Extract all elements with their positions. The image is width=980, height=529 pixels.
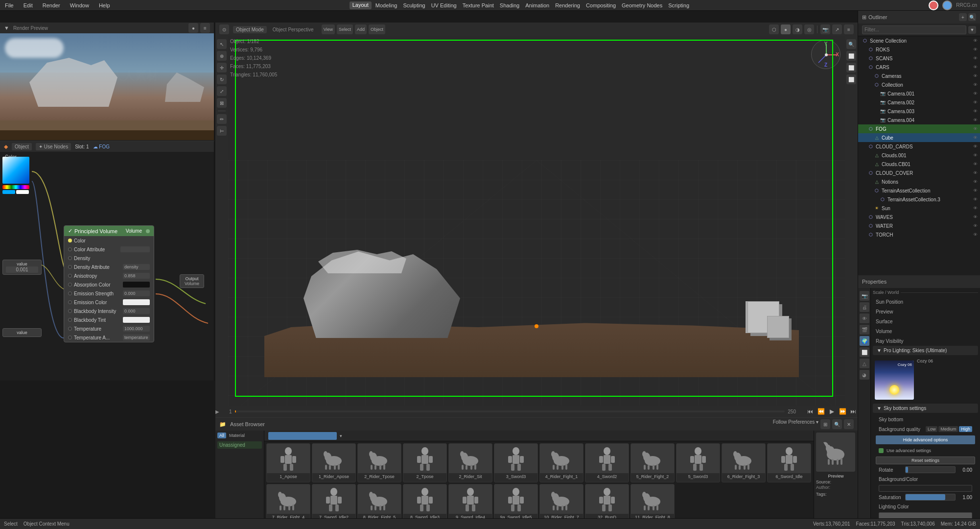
scale-tool[interactable]: ⤢ [217,86,227,96]
color-swatch[interactable] [2,157,29,184]
asset-item[interactable]: 6_Sword_Idle [767,443,811,482]
asset-item[interactable]: 10_Rider_Fight_7 [539,484,583,523]
workspace-tab-scripting[interactable]: Scripting [666,1,691,9]
asset-item[interactable]: 5_Sword3 [676,443,720,482]
prop-render-btn[interactable]: 📷 [860,291,869,301]
advanced-check[interactable] [879,448,884,453]
pv-color-bbtint[interactable] [123,317,150,323]
measure-tool[interactable]: ⊢ [217,126,227,136]
outliner-item[interactable]: 📷 Camera.002 👁 [858,98,980,107]
rotate-tool[interactable]: ↻ [217,74,227,84]
next-frame-btn[interactable]: ⏩ [838,407,847,416]
principled-volume-node[interactable]: ✓ Principled Volume Volume Color Color A… [64,225,154,342]
workspace-tab-shading[interactable]: Shading [498,1,521,9]
reset-settings-btn[interactable]: Reset settings [876,457,975,464]
vp-view-menu[interactable]: View [322,24,335,34]
pv-input-emstr[interactable]: 0.000 [123,290,150,296]
nav-front-btn[interactable]: ⬜ [846,51,856,61]
outliner-item[interactable]: ⬡ Scene Collection 👁 [858,36,980,45]
render-options-btn[interactable]: ≡ [200,23,210,33]
outliner-search-input[interactable] [862,25,966,34]
bg-low[interactable]: Low [926,426,938,432]
bg-high[interactable]: High [959,426,972,432]
prop-settings-header[interactable]: ▼ Pro Lighting: Skies (Ultimate) [873,346,978,355]
asset-item[interactable]: 1_Rider_Apose [312,443,356,482]
prop-output-btn[interactable]: 🖨 [860,302,869,312]
pv-input-colorattr[interactable] [120,246,150,252]
asset-item[interactable]: 2_Rider_Sit [448,443,492,482]
asset-item[interactable]: 1_Apose [266,443,310,482]
viewport-gizmo[interactable]: X Y Z [811,40,840,69]
prop-world-btn[interactable]: 🌍 [860,336,869,346]
workspace-tab-animation[interactable]: Animation [523,1,551,9]
pv-input-temp[interactable]: 1000.000 [123,326,150,332]
asset-browser-close[interactable]: ✕ [844,419,854,429]
follow-prefs-btn[interactable]: Follow Preferences ▾ [773,419,818,429]
prev-frame-btn[interactable]: ⏪ [817,407,825,416]
asset-item[interactable]: 11_Rider_Fight_8 [630,484,675,523]
outliner-search-btn[interactable]: 🔍 [968,13,976,21]
skip-start-btn[interactable]: ⏮ [806,407,815,416]
vp-mode-icon[interactable]: ⊙ [219,24,229,34]
workspace-tab-sculpting[interactable]: Sculpting [401,1,427,9]
pv-input-tempattr[interactable]: temperature [123,335,150,340]
prop-material-btn[interactable]: ◕ [860,370,869,380]
outliner-item[interactable]: ⬡ SCANS 👁 [858,54,980,63]
prop-mesh-btn[interactable]: △ [860,359,869,368]
select-tool[interactable]: ↖ [217,39,227,49]
outliner-item[interactable]: △ Notions 👁 [858,177,980,186]
outliner-item[interactable]: ☀ Sun 👁 [858,204,980,213]
bg-medium[interactable]: Medium [938,426,958,432]
node-editor-type[interactable]: ✦ Use Nodes [36,143,71,150]
workspace-tab-texture[interactable]: Texture Paint [461,1,496,9]
vp-wireframe-btn[interactable]: ⬡ [769,24,779,34]
asset-item[interactable]: 5_Rider_Fight_2 [630,443,675,482]
nav-top-btn[interactable]: ⬜ [846,63,856,72]
vp-object-menu[interactable]: Object [369,24,385,34]
menu-help[interactable]: Help [97,1,112,9]
outliner-item[interactable]: △ Cube 👁 [858,133,980,142]
outliner-filter-btn[interactable]: ▼ [968,26,976,34]
asset-item[interactable]: 2_Rider_Tpose [357,443,401,482]
outliner-item[interactable]: 📷 Camera.001 👁 [858,89,980,98]
prop-scene-btn[interactable]: 🎬 [860,325,869,335]
outliner-item[interactable]: 📷 Camera.004 👁 [858,116,980,124]
asset-item[interactable]: 7_Rider_Fight_4 [266,484,310,523]
outliner-item[interactable]: ⬡ WATER 👁 [858,221,980,230]
value-node-1[interactable]: value 0.001 [2,260,42,275]
sat1-slider[interactable] [905,494,956,501]
vp-gizmo-btn[interactable]: ↗ [832,24,842,34]
vp-solid-btn[interactable]: ● [781,24,791,34]
vp-add-menu[interactable]: Add [355,24,367,34]
menu-window[interactable]: Window [68,1,91,9]
cursor-tool[interactable]: ⊕ [217,51,227,61]
vp-select-menu[interactable]: Select [337,24,353,34]
asset-item[interactable]: 4_Sword2 [585,443,629,482]
nav-zoom-btn[interactable]: 🔍 [846,39,856,49]
render-mode-btn[interactable]: ● [188,23,198,33]
outliner-item[interactable]: 📷 Camera.003 👁 [858,107,980,116]
asset-item[interactable]: 9_Sword_Idle4 [448,484,492,523]
outliner-item[interactable]: △ Clouds.001 👁 [858,151,980,160]
play-btn[interactable]: ▶ [827,407,836,416]
asset-item[interactable]: 32_RunD [585,484,629,523]
pv-color-abs[interactable] [123,282,150,288]
asset-item[interactable]: 8_Rider_Fight_5 [357,484,401,523]
workspace-tab-modeling[interactable]: Modeling [373,1,399,9]
value-node-2[interactable]: value [2,328,42,337]
outliner-item[interactable]: ⬡ TerrainAssetCollection.3 👁 [858,195,980,204]
nav-side-btn[interactable]: ⬜ [846,74,856,84]
pv-input-aniso[interactable]: 0.858 [123,273,150,279]
prop-view-btn[interactable]: 👁 [860,313,869,323]
outliner-item[interactable]: ⬡ FOG 👁 [858,124,980,133]
rotate-slider[interactable] [905,466,956,473]
workspace-tab-geonodes[interactable]: Geometry Nodes [620,1,664,9]
workspace-tab-uv[interactable]: UV Editing [429,1,459,9]
node-editor-mode[interactable]: Object [12,143,32,150]
pv-input-bbint[interactable]: 0.000 [123,308,150,314]
asset-path-bar[interactable] [268,432,337,440]
bg-color-swatch[interactable] [879,485,972,492]
vp-options-btn[interactable]: ≡ [844,24,854,34]
asset-item[interactable]: 2_Tpose [403,443,447,482]
vp-camera-btn[interactable]: 📷 [820,24,830,34]
